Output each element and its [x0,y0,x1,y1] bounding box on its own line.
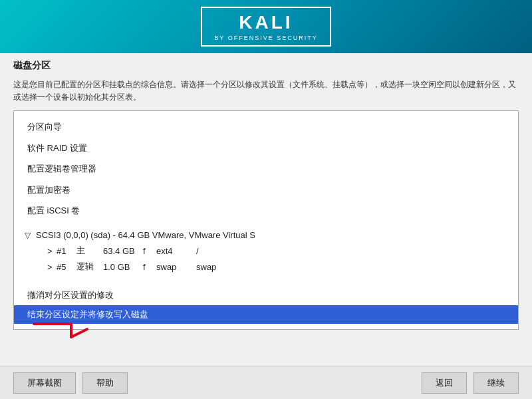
partition-num-1: #1 [57,246,76,256]
header: KALI BY OFFENSIVE SECURITY [0,0,532,53]
partition-arrow-1: > [47,246,57,256]
partition-num-5: #5 [57,262,76,272]
page-title: 磁盘分区 [13,60,519,72]
screenshot-button[interactable]: 屏幕截图 [13,372,76,394]
partition-row-1[interactable]: > #1 主 63.4 GB f ext4 / [14,243,518,259]
partition-mount-1: / [196,246,236,256]
red-arrow-svg [27,319,94,345]
disk-header: ▽ SCSI3 (0,0,0) (sda) - 64.4 GB VMware, … [14,227,518,243]
partition-type-5: 逻辑 [76,261,103,273]
partition-type-1: 主 [76,245,103,257]
partition-mount-5: swap [196,262,236,272]
partition-container: 分区向导 软件 RAID 设置 配置逻辑卷管理器 配置加密卷 配置 iSCSI … [13,110,519,330]
logo-subtext: BY OFFENSIVE SECURITY [214,35,317,41]
partition-flag-1: f [143,246,156,256]
main-content: 磁盘分区 这是您目前已配置的分区和挂载点的综合信息。请选择一个分区以修改其设置（… [0,53,532,336]
footer-right-buttons: 返回 继续 [422,372,519,394]
continue-button[interactable]: 继续 [473,372,519,394]
menu-item-wizard[interactable]: 分区向导 [14,116,518,137]
partition-size-1: 63.4 GB [103,246,143,256]
partition-arrow-5: > [47,262,57,272]
menu-item-raid[interactable]: 软件 RAID 设置 [14,138,518,158]
disk-expand-arrow[interactable]: ▽ [25,231,31,240]
disk-label: SCSI3 (0,0,0) (sda) - 64.4 GB VMware, VM… [36,230,255,240]
partition-fstype-1: ext4 [156,246,196,256]
menu-item-encrypt[interactable]: 配置加密卷 [14,180,518,200]
page-description: 这是您目前已配置的分区和挂载点的综合信息。请选择一个分区以修改其设置（文件系统、… [13,78,519,104]
kali-logo: KALI BY OFFENSIVE SECURITY [201,7,331,47]
partition-size-5: 1.0 GB [103,262,143,272]
back-button[interactable]: 返回 [422,372,467,394]
menu-item-lvm[interactable]: 配置逻辑卷管理器 [14,158,518,179]
help-button[interactable]: 帮助 [82,372,128,394]
footer: 屏幕截图 帮助 返回 继续 [0,366,532,399]
menu-item-iscsi[interactable]: 配置 iSCSI 卷 [14,200,518,221]
undo-changes-item[interactable]: 撤消对分区设置的修改 [14,287,518,304]
partition-fstype-5: swap [156,262,196,272]
logo-text: KALI [239,12,293,33]
partition-flag-5: f [143,262,156,272]
footer-left-buttons: 屏幕截图 帮助 [13,372,128,394]
partition-row-5[interactable]: > #5 逻辑 1.0 GB f swap swap [14,259,518,275]
